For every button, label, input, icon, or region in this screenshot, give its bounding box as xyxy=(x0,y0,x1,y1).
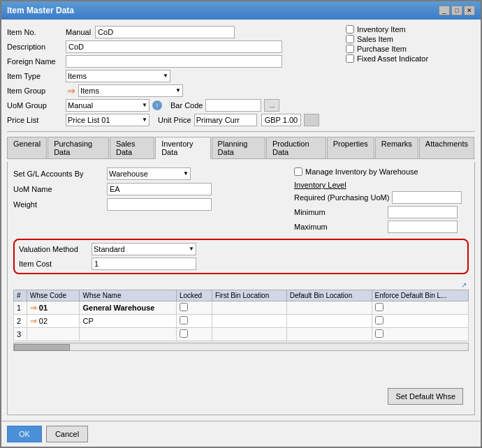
row1-name: General Warehouse xyxy=(80,301,176,315)
unit-price-btn[interactable] xyxy=(304,114,319,126)
row3-locked-checkbox[interactable] xyxy=(180,329,188,338)
price-list-wrapper: Price List 01 xyxy=(66,114,149,126)
price-list-label: Price List xyxy=(7,116,63,124)
col-whse-code: Whse Code xyxy=(27,290,80,301)
minimize-button[interactable]: _ xyxy=(439,6,450,15)
inventory-top-section: Set G/L Accounts By Warehouse UoM Name W… xyxy=(13,167,469,233)
fixed-asset-checkbox[interactable] xyxy=(346,54,354,63)
sales-item-checkbox[interactable] xyxy=(346,35,354,43)
required-input[interactable] xyxy=(392,191,462,204)
row3-first-bin xyxy=(212,328,286,341)
row1-first-bin xyxy=(212,301,286,315)
manage-inventory-row: Manage Inventory by Warehouse xyxy=(294,167,469,176)
tab-general[interactable]: General xyxy=(7,137,47,158)
item-group-wrapper: Items xyxy=(78,84,183,97)
inventory-form-right: Manage Inventory by Warehouse Inventory … xyxy=(294,167,469,233)
maximum-input[interactable] xyxy=(388,221,458,233)
barcode-button[interactable]: ... xyxy=(264,99,279,112)
foreign-name-input[interactable] xyxy=(66,55,282,68)
info-icon[interactable]: i xyxy=(152,100,162,110)
row1-enforce-checkbox[interactable] xyxy=(375,303,384,311)
item-no-input[interactable] xyxy=(95,26,235,38)
table-header-row: ↗ xyxy=(13,280,469,290)
col-default-bin: Default Bin Location xyxy=(286,290,372,301)
purchase-item-checkbox[interactable] xyxy=(346,45,354,53)
minimum-input[interactable] xyxy=(388,206,458,218)
col-locked: Locked xyxy=(176,290,212,301)
ok-button[interactable]: OK xyxy=(7,426,42,442)
row1-code-value: 01 xyxy=(39,304,48,312)
unit-price-gbp-value: GBP 1.00 xyxy=(261,114,302,126)
item-group-select[interactable]: Items xyxy=(78,84,183,97)
window-title: Item Master Data xyxy=(7,6,74,15)
col-enforce-bin: Enforce Default Bin L... xyxy=(372,290,468,301)
uom-name-label: UoM Name xyxy=(13,185,104,193)
weight-input[interactable] xyxy=(107,198,212,211)
top-form: Item No. Manual Description Foreign Name… xyxy=(7,25,475,126)
valuation-method-wrapper: Standard xyxy=(92,243,196,255)
item-group-arrow-icon: ⇒ xyxy=(67,85,75,96)
fixed-asset-row: Fixed Asset Indicator xyxy=(346,54,475,63)
unit-price-currency-select[interactable]: Primary Curr xyxy=(194,114,257,126)
row2-enforce[interactable] xyxy=(372,315,468,328)
uom-name-input[interactable] xyxy=(107,183,212,195)
row3-default-bin xyxy=(286,328,372,341)
required-label: Required (Purchasing UoM) xyxy=(294,193,389,202)
row2-locked[interactable] xyxy=(176,315,212,328)
row2-name: CP xyxy=(80,315,176,328)
price-list-select[interactable]: Price List 01 xyxy=(66,114,149,126)
tab-inventory[interactable]: Inventory Data xyxy=(155,137,210,159)
window-controls: _ □ ✕ xyxy=(439,6,475,15)
row1-locked[interactable] xyxy=(176,301,212,315)
inventory-item-checkbox[interactable] xyxy=(346,25,354,33)
barcode-input[interactable] xyxy=(205,99,261,112)
row1-default-bin xyxy=(286,301,372,315)
maximize-button[interactable]: □ xyxy=(451,6,462,15)
gl-accounts-select[interactable]: Warehouse xyxy=(107,167,191,180)
tab-bottom-bar: Set Default Whse xyxy=(13,384,469,409)
form-left: Item No. Manual Description Foreign Name… xyxy=(7,25,340,126)
row1-name-value: General Warehouse xyxy=(82,304,154,312)
expand-icon[interactable]: ↗ xyxy=(459,280,469,290)
tab-properties[interactable]: Properties xyxy=(327,137,374,158)
scrollbar-thumb[interactable] xyxy=(14,344,70,351)
warehouse-table-container: ↗ # Whse Code Whse Name Locked First Bin… xyxy=(13,280,469,380)
row2-first-bin xyxy=(212,315,286,328)
uom-group-row: UoM Group Manual i Bar Code ... xyxy=(7,98,340,112)
inventory-level-label: Inventory Level xyxy=(294,181,469,189)
item-group-row: Item Group ⇒ Items xyxy=(7,84,340,97)
item-no-label: Item No. xyxy=(7,28,63,36)
barcode-label: Bar Code xyxy=(170,101,203,110)
valuation-method-select[interactable]: Standard xyxy=(92,243,196,255)
row1-enforce[interactable] xyxy=(372,301,468,315)
table-header: # Whse Code Whse Name Locked First Bin L… xyxy=(14,290,469,301)
warehouse-table: # Whse Code Whse Name Locked First Bin L… xyxy=(13,290,469,341)
manage-inventory-label: Manage Inventory by Warehouse xyxy=(305,167,418,176)
uom-group-select[interactable]: Manual xyxy=(66,99,149,112)
horizontal-scrollbar[interactable] xyxy=(13,343,469,351)
item-cost-input[interactable] xyxy=(92,257,196,270)
sales-item-row: Sales Item xyxy=(346,35,475,43)
item-type-select[interactable]: Items xyxy=(66,70,170,82)
row2-enforce-checkbox[interactable] xyxy=(375,316,384,324)
close-button[interactable]: ✕ xyxy=(464,6,475,15)
purchase-item-label: Purchase Item xyxy=(357,45,407,53)
row1-locked-checkbox[interactable] xyxy=(180,303,188,311)
tab-production[interactable]: Production Data xyxy=(266,137,326,158)
set-default-whse-button[interactable]: Set Default Whse xyxy=(388,388,463,405)
manage-inventory-checkbox[interactable] xyxy=(294,167,302,176)
tab-planning[interactable]: Planning Data xyxy=(212,137,265,158)
tab-sales[interactable]: Sales Data xyxy=(110,137,154,158)
row2-locked-checkbox[interactable] xyxy=(180,316,188,324)
uom-name-row: UoM Name xyxy=(13,183,289,195)
gl-accounts-wrapper: Warehouse xyxy=(107,167,191,180)
row3-locked[interactable] xyxy=(176,328,212,341)
tab-purchasing[interactable]: Purchasing Data xyxy=(48,137,109,158)
tab-attachments[interactable]: Attachments xyxy=(419,137,474,158)
tab-remarks[interactable]: Remarks xyxy=(375,137,418,158)
description-input[interactable] xyxy=(66,40,282,53)
row3-enforce-checkbox[interactable] xyxy=(375,329,384,338)
form-separator xyxy=(7,131,475,132)
cancel-button[interactable]: Cancel xyxy=(46,426,88,442)
row3-enforce[interactable] xyxy=(372,328,468,341)
